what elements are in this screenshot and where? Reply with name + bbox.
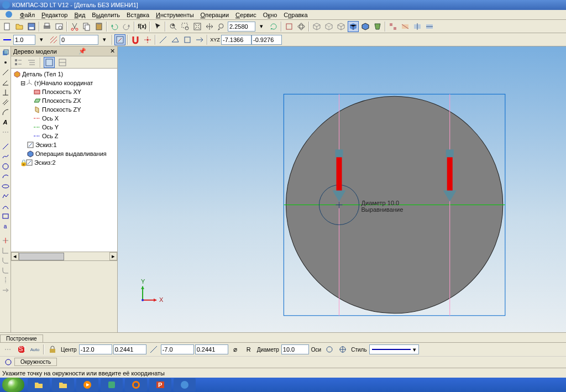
zoom-in-button[interactable]: + [167, 21, 179, 32]
rad-icon[interactable]: R [243, 344, 254, 355]
center-lock-icon[interactable] [47, 344, 58, 355]
vt-bezier-icon[interactable] [1, 201, 11, 211]
prop-auto-icon[interactable]: Auto [29, 344, 40, 355]
viewport[interactable]: Диаметр 10.0 Выравнивание X Y [118, 46, 566, 332]
tree-close-icon[interactable]: ✕ [110, 48, 115, 55]
vt-chamfer-icon[interactable] [1, 255, 11, 265]
fx-button[interactable]: f(x) [137, 21, 148, 32]
menu-edit[interactable]: Редактор [39, 11, 70, 19]
vt-arc2-icon[interactable] [1, 171, 11, 181]
point-y-input[interactable] [195, 344, 228, 354]
tool-a[interactable] [158, 34, 169, 45]
zoom-window-button[interactable] [180, 21, 191, 32]
xyz-button[interactable]: XYZ [209, 34, 221, 45]
vt-polyline-icon[interactable] [1, 191, 11, 201]
zoom-dropdown[interactable]: ▾ [256, 21, 267, 32]
tree-plane-zx[interactable]: Плоскость ZX [12, 96, 116, 105]
undo-button[interactable] [109, 21, 120, 32]
print-button[interactable] [41, 21, 53, 32]
tree-mode3-icon[interactable] [44, 57, 55, 68]
vt-perp-icon[interactable] [1, 87, 11, 97]
snap-button[interactable] [142, 34, 153, 45]
zoom-fit-button[interactable] [192, 21, 203, 32]
menu-help[interactable]: Справка [281, 11, 310, 19]
zoom-prev-button[interactable] [216, 21, 227, 32]
vt-circle-icon[interactable] [1, 161, 11, 171]
line-val2-dropdown[interactable]: ▾ [99, 34, 110, 45]
perspective-button[interactable] [372, 21, 383, 32]
app-menu-icon[interactable] [2, 9, 15, 20]
menu-window[interactable]: Окно [261, 11, 280, 19]
snap-magnet-button[interactable] [130, 34, 141, 45]
vt-axis2-icon[interactable] [1, 275, 11, 285]
vt-rect-icon[interactable] [1, 211, 11, 221]
vt-extend-icon[interactable] [1, 285, 11, 295]
zoom-value-input[interactable] [228, 22, 255, 32]
vt-angle2-icon[interactable] [1, 245, 11, 255]
tab-build[interactable]: Построение [0, 334, 43, 342]
vt-extrude-icon[interactable] [1, 48, 11, 58]
hatch-icon[interactable] [48, 34, 59, 45]
vt-point-icon[interactable] [1, 58, 11, 67]
menu-tools[interactable]: Инструменты [154, 11, 196, 19]
center-x-input[interactable] [79, 344, 112, 354]
vt-parallel-icon[interactable] [1, 97, 11, 107]
vt-letter-icon[interactable]: a [1, 221, 11, 231]
section3-button[interactable] [424, 21, 435, 32]
hidden-lines-button[interactable] [323, 21, 334, 32]
tree-hscroll[interactable]: ◂ ▸ [11, 252, 117, 260]
preview-button[interactable] [54, 21, 65, 32]
diam-input[interactable] [281, 344, 309, 354]
line-val1-dropdown[interactable]: ▾ [36, 34, 47, 45]
task-firefox[interactable] [125, 378, 147, 391]
tree-mode4-icon[interactable] [57, 57, 68, 68]
vt-line-icon[interactable] [1, 67, 11, 77]
shaded-button[interactable] [348, 21, 359, 32]
tree-mode1-icon[interactable] [13, 57, 24, 68]
tree-axis-z[interactable]: Ось Z [12, 132, 116, 140]
wireframe-button[interactable] [311, 21, 322, 32]
point-lock-icon[interactable] [148, 344, 159, 355]
menu-insert[interactable]: Вставка [124, 11, 151, 19]
tool-d[interactable] [194, 34, 205, 45]
task-powerpoint[interactable]: P [149, 378, 171, 391]
cut-button[interactable] [69, 21, 80, 32]
tree-plane-xy[interactable]: Плоскость XY [12, 87, 116, 96]
tree-pin-icon[interactable]: 📌 [78, 48, 86, 55]
task-app1[interactable] [101, 378, 123, 391]
tree-axis-y[interactable]: Ось Y [12, 123, 116, 132]
task-folder[interactable] [52, 378, 74, 391]
vt-trim-icon[interactable] [1, 236, 11, 245]
ortho-xy-button[interactable] [284, 21, 295, 32]
style-swatch[interactable]: ▾ [369, 344, 419, 354]
tree-extrude[interactable]: Операция выдавливания [12, 149, 116, 158]
line-val2-input[interactable] [60, 35, 98, 45]
task-kompas[interactable] [174, 378, 196, 391]
no-hidden-button[interactable] [336, 21, 347, 32]
tree-root[interactable]: Деталь (Тел 1) [12, 70, 116, 79]
tree-origin[interactable]: ⊟ (т)Начало координат [12, 79, 116, 87]
axes-on-icon[interactable] [337, 344, 348, 355]
vt-fillet-icon[interactable] [1, 265, 11, 275]
vt-text-icon[interactable]: A [1, 117, 11, 127]
vt-arc-icon[interactable] [1, 107, 11, 117]
pan-button[interactable] [204, 21, 215, 32]
tool-b[interactable] [170, 34, 181, 45]
menu-service[interactable]: Сервис [233, 11, 259, 19]
save-button[interactable] [26, 21, 37, 32]
menu-view[interactable]: Вид [72, 11, 87, 19]
vt-spline-icon[interactable] [1, 151, 11, 161]
tree-sketch1[interactable]: Эскиз:1 [12, 140, 116, 149]
vt-angle-icon[interactable] [1, 77, 11, 87]
rotate-button[interactable] [296, 21, 307, 32]
simplified-button[interactable] [387, 21, 399, 32]
prop-stop-icon[interactable]: STOP [16, 344, 27, 355]
circle-icon[interactable] [3, 357, 14, 368]
new-button[interactable] [2, 21, 13, 32]
start-button[interactable] [2, 378, 24, 392]
line-val1-input[interactable] [13, 35, 35, 45]
copy-button[interactable] [81, 21, 92, 32]
task-explorer[interactable] [28, 378, 50, 391]
task-media[interactable] [76, 378, 98, 391]
tool-c[interactable] [182, 34, 193, 45]
